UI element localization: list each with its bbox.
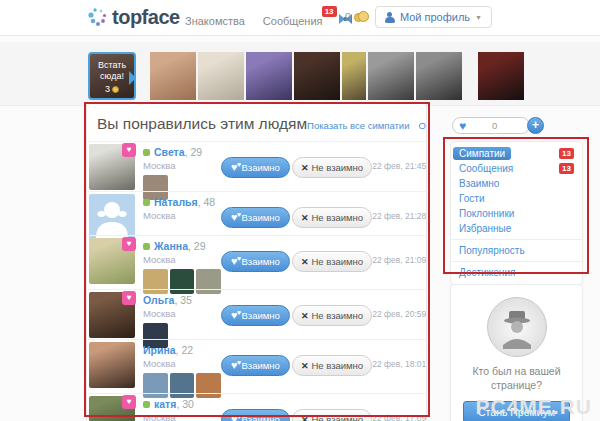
promo-price-value: 3 [105, 84, 110, 95]
strip-photo[interactable] [342, 52, 366, 100]
not-mutual-button[interactable]: ✕ Не взаимно [292, 409, 372, 421]
row-avatar[interactable]: ♥ [89, 396, 135, 421]
mutual-button[interactable]: ♥♥ Взаимно [221, 305, 290, 326]
row-date: 22 фев, 17:09 [372, 413, 426, 421]
not-mutual-button-label: Не взаимно [311, 310, 363, 321]
sidebar-menu-item[interactable]: Симпатии 13 [451, 146, 582, 161]
likes-list: ♥ Света , 29 Москва ♥♥ Взаимно ✕ Не взаи… [87, 141, 426, 421]
sidebar-menu-item-label: Гости [459, 193, 484, 204]
sidebar-menu-item[interactable]: Взаимно [451, 176, 582, 191]
row-avatar[interactable]: ♥ [89, 144, 135, 190]
row-avatar[interactable]: ♥ [89, 238, 135, 284]
strip-photo[interactable] [150, 52, 196, 100]
row-avatar[interactable]: ♥ [89, 194, 135, 240]
row-name[interactable]: Наталья [154, 196, 198, 208]
person-icon [385, 12, 395, 23]
sidebar-menu-item[interactable]: Популярность [451, 243, 582, 258]
header-right: 0 Мой профиль ▼ [345, 6, 492, 28]
online-dot [143, 401, 150, 408]
not-mutual-button[interactable]: ✕ Не взаимно [292, 251, 372, 272]
x-icon: ✕ [301, 415, 309, 421]
row-name[interactable]: Ольга [143, 294, 174, 306]
x-icon: ✕ [301, 361, 309, 371]
strip-photo[interactable] [246, 52, 292, 100]
stand-here-promo-tile[interactable]: Встать сюда! 3 [88, 52, 136, 100]
add-sympathy-button[interactable]: + [527, 117, 544, 134]
nav-messages-wrap[interactable]: Сообщения 13 [263, 15, 323, 27]
row-name[interactable]: Света [154, 146, 185, 158]
row-age: , 29 [185, 146, 203, 158]
photo-strip-photos [150, 52, 524, 100]
sidebar-menu-badge: 13 [559, 148, 574, 159]
mutual-button-label: Взаимно [242, 162, 280, 173]
sidebar-menu-item[interactable]: Достижения [451, 265, 582, 280]
row-actions: ♥♥ Взаимно ✕ Не взаимно [221, 251, 372, 272]
not-mutual-button-label: Не взаимно [311, 360, 363, 371]
row-avatar[interactable]: ♥ [89, 342, 135, 388]
sidebar-menu-item[interactable]: Избранные [451, 221, 582, 236]
strip-photo[interactable] [416, 52, 462, 100]
likes-list-row: ♥ Наталья , 48 Москва ♥♥ Взаимно ✕ Не вз… [87, 191, 426, 235]
row-city: Москва [143, 210, 221, 221]
row-info: Наталья , 48 Москва [143, 194, 221, 225]
my-profile-button[interactable]: Мой профиль ▼ [375, 6, 492, 28]
row-info: Жанна , 29 Москва [143, 238, 221, 294]
show-all-likes-link[interactable]: Показать все симпатии [307, 120, 409, 131]
sidebar-menu-item-label: Популярность [459, 245, 525, 256]
top-header: topface Знакомства Сообщения 13 0 Мой пр… [0, 0, 600, 36]
strip-photo[interactable] [368, 52, 414, 100]
strip-photo[interactable] [198, 52, 244, 100]
promo-price: 3 [90, 84, 134, 95]
not-mutual-button-label: Не взаимно [311, 256, 363, 267]
mutual-button-label: Взаимно [242, 414, 280, 421]
coin-icon [354, 13, 363, 22]
row-name[interactable]: катя [154, 398, 176, 410]
not-mutual-button[interactable]: ✕ Не взаимно [292, 207, 372, 228]
likes-panel-header: Вы понравились этим людям Показать все с… [87, 104, 426, 141]
likes-list-row: ♥ катя , 30 Москва ♥♥ Взаимно ✕ Не взаим… [87, 393, 426, 421]
sidebar-menu-item[interactable]: Гости [451, 191, 582, 206]
likes-list-row: ♥ Ирина , 22 Москва ♥♥ Взаимно ✕ Не взаи… [87, 339, 426, 393]
not-mutual-button[interactable]: ✕ Не взаимно [292, 355, 372, 376]
x-icon: ✕ [301, 213, 309, 223]
mutual-button[interactable]: ♥♥ Взаимно [221, 207, 290, 228]
coin-icon [112, 86, 119, 93]
sidebar-menu-item-label: Сообщения [459, 163, 513, 174]
sidebar-menu-item-label: Взаимно [459, 178, 499, 189]
mutual-button[interactable]: ♥♥ Взаимно [221, 251, 290, 272]
clear-link[interactable]: Очистить ▼ [418, 120, 427, 131]
strip-photo[interactable] [294, 52, 340, 100]
coins-balance[interactable]: 0 [345, 11, 363, 23]
mutual-button[interactable]: ♥♥ Взаимно [221, 157, 290, 178]
sidebar-menu-item-label: Симпатии [453, 147, 511, 160]
clear-link-label: Очистить [418, 120, 427, 131]
pink-heart-badge: ♥ [122, 291, 136, 305]
sidebar-menu-item[interactable]: Поклонники [451, 206, 582, 221]
not-mutual-button[interactable]: ✕ Не взаимно [292, 157, 372, 178]
row-age: , 22 [176, 344, 194, 356]
nav-messages-link[interactable]: Сообщения [263, 15, 323, 27]
row-actions: ♥♥ Взаимно ✕ Не взаимно [221, 207, 372, 228]
mutual-button[interactable]: ♥♥ Взаимно [221, 355, 290, 376]
counter-pill: ♥ 0 [452, 117, 530, 134]
nav-dating-link[interactable]: Знакомства [185, 15, 245, 27]
sidebar-menu-item[interactable]: Сообщения 13 [451, 161, 582, 176]
row-avatar[interactable]: ♥ [89, 292, 135, 338]
sidebar-menu: Симпатии 13 Сообщения 13 Взаимно Гости П… [450, 141, 583, 285]
sidebar-menu-item-label: Избранные [459, 223, 511, 234]
likes-list-row: ♥ Света , 29 Москва ♥♥ Взаимно ✕ Не взаи… [87, 141, 426, 191]
row-age: , 29 [188, 240, 206, 252]
row-name[interactable]: Ирина [143, 344, 176, 356]
row-name[interactable]: Жанна [154, 240, 188, 252]
heart-icon: ♥♥ [231, 162, 238, 173]
topface-logo[interactable]: topface [86, 6, 180, 29]
heart-icon: ♥♥ [231, 212, 238, 223]
mutual-button[interactable]: ♥♥ Взаимно [221, 409, 290, 421]
strip-photo[interactable] [478, 52, 524, 100]
mutual-button-label: Взаимно [242, 310, 280, 321]
not-mutual-button[interactable]: ✕ Не взаимно [292, 305, 372, 326]
row-date: 22 фев, 21:09 [372, 255, 426, 265]
heart-icon: ♥♥ [231, 414, 238, 421]
x-icon: ✕ [301, 311, 309, 321]
sympathy-counter-widget: ♥ 0 + [452, 117, 544, 134]
